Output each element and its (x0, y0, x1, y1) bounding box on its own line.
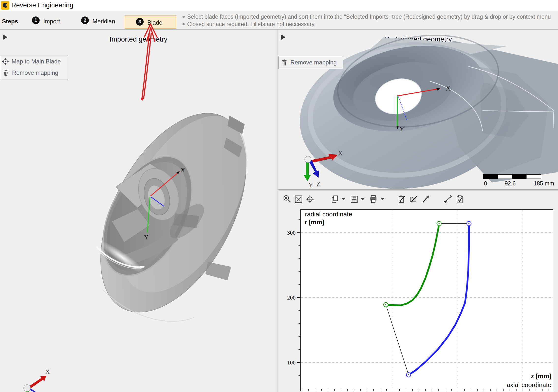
bullet-icon (182, 23, 185, 25)
triad-y-label: Y (308, 181, 313, 189)
chart-xlabel-line1: z [mm] (531, 372, 551, 380)
scale-bar-mid: 92.6 (505, 180, 516, 187)
trash-icon (281, 59, 288, 66)
hint-line-1: Select blade faces (Imported geometry) a… (182, 14, 551, 20)
triad-x-label: X (338, 150, 343, 157)
svg-text:100: 100 (287, 360, 296, 366)
step-1-import[interactable]: Import (43, 18, 60, 25)
axis-y-label: Y (399, 125, 404, 133)
step-1-badge: 1 (32, 16, 40, 24)
step-2-meridian[interactable]: Meridian (92, 18, 115, 25)
svg-text:200: 200 (287, 295, 296, 301)
chart-title-line1: radial coordinate (305, 211, 352, 218)
impeller-3d-model: X Y X (0, 30, 277, 392)
triad-x-label: X (45, 368, 50, 375)
step-3-badge: 3 (136, 18, 144, 26)
steps-bar: Steps 1 Import 2 Meridian 3 Blade Select… (0, 11, 558, 30)
scale-bar-end: 185 mm (534, 180, 554, 187)
bullet-icon (182, 16, 185, 18)
window-titlebar: Reverse Engineering (0, 0, 558, 11)
hint-line-2: Closed surface required. Fillets are not… (182, 21, 316, 28)
app-logo-icon (1, 1, 9, 10)
chart-title-line2: r [mm] (304, 218, 324, 226)
scale-bar-start: 0 (484, 180, 487, 187)
window-title: Reverse Engineering (11, 1, 73, 9)
remove-mapping-button-right[interactable]: Remove mapping (278, 56, 343, 69)
step-3-blade-button[interactable]: 3 Blade (125, 15, 176, 29)
redesigned-geometry-viewport[interactable]: Redesigned geometry (278, 30, 558, 189)
axis-x-label: X (446, 84, 451, 92)
imported-geometry-viewport[interactable]: Imported geometry Map to Main Blade (0, 30, 277, 392)
step-3-blade-label: Blade (147, 19, 162, 26)
chart-xlabel-line2: axial coordinate (507, 381, 551, 389)
axis-y-label: Y (144, 234, 148, 240)
steps-label: Steps (2, 18, 18, 25)
scale-bar (483, 174, 541, 179)
triad-z-label: Z (316, 181, 320, 188)
axis-x-label: X (181, 167, 185, 173)
redesigned-surface-3d-model: X Y X Y Z (278, 30, 558, 189)
step-2-badge: 2 (81, 16, 89, 24)
svg-text:300: 300 (287, 230, 296, 236)
